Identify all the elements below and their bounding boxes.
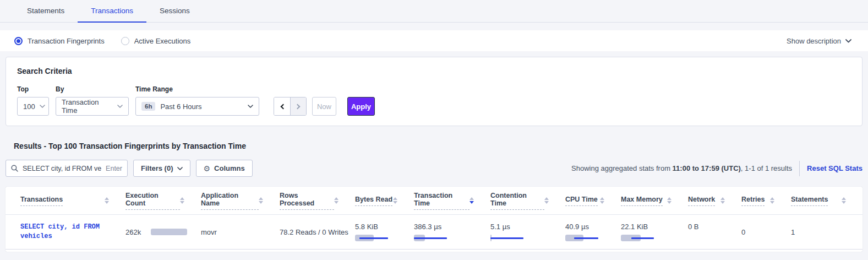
divider [799, 161, 800, 176]
column-header-transactions[interactable]: Transactions [20, 196, 125, 206]
bytes-read-cell: 5.8 KiB [355, 223, 414, 241]
columns-button[interactable]: ⚙ Columns [196, 160, 253, 177]
contention-time-bar [490, 235, 523, 241]
results-section: Results - Top 100 Transaction Fingerprin… [6, 142, 862, 252]
filters-label: Filters (0) [141, 164, 173, 172]
chevron-down-icon [243, 105, 253, 108]
transaction-fingerprint-link[interactable]: SELECT city, id FROM vehicles [20, 223, 103, 241]
column-header-bytes-read[interactable]: Bytes Read [355, 196, 414, 206]
top-select[interactable]: 100 [17, 97, 49, 116]
caret-left-icon [280, 104, 286, 109]
radio-label: Active Executions [134, 37, 191, 45]
sql-search-box: Enter [6, 160, 128, 177]
tab-sessions[interactable]: Sessions [146, 7, 203, 23]
column-header-execution-count[interactable]: Execution Count [125, 192, 201, 210]
chevron-down-icon [845, 39, 851, 43]
by-select-value: Transaction Time [62, 98, 113, 115]
sort-icon[interactable] [720, 197, 725, 204]
statements-cell: 1 [791, 228, 862, 236]
application-name-cell: movr [201, 228, 280, 236]
column-header-statements[interactable]: Statements [791, 196, 862, 206]
time-range-field: Time Range 6h Past 6 Hours [135, 85, 259, 116]
results-heading: Results - Top 100 Transaction Fingerprin… [14, 142, 862, 150]
sql-search-input[interactable] [21, 164, 102, 173]
radio-unselected-icon [121, 37, 129, 45]
transaction-cell: SELECT city, id FROM vehicles [20, 223, 125, 241]
tab-transactions[interactable]: Transactions [78, 7, 146, 23]
column-header-rows-processed[interactable]: Rows Processed [280, 192, 355, 210]
time-range-arrows [274, 97, 307, 116]
filters-button[interactable]: Filters (0) [133, 160, 190, 177]
table-header-row: Transactions Execution Count Application… [6, 187, 862, 215]
gear-icon: ⚙ [204, 164, 211, 173]
top-field: Top 100 [17, 85, 49, 116]
column-header-retries[interactable]: Retries [741, 196, 791, 206]
column-header-network[interactable]: Network [688, 196, 741, 206]
column-header-cpu-time[interactable]: CPU Time [565, 196, 621, 206]
sort-icon[interactable] [842, 197, 846, 204]
time-range-prev-button[interactable] [274, 98, 290, 115]
by-label: By [56, 85, 129, 93]
by-field: By Transaction Time [56, 85, 129, 116]
show-description-label: Show description [787, 37, 841, 45]
aggregated-stats-text: Showing aggregated stats from 11:00 to 1… [571, 164, 792, 172]
reset-sql-stats-link[interactable]: Reset SQL Stats [807, 164, 862, 172]
time-range-next-button[interactable] [290, 98, 306, 115]
rows-processed-cell: 78.2 Reads / 0 Writes [280, 228, 355, 236]
column-header-max-memory[interactable]: Max Memory [621, 196, 688, 206]
radio-active-executions[interactable]: Active Executions [121, 37, 191, 45]
time-range-label: Time Range [135, 85, 259, 93]
top-select-value: 100 [23, 102, 35, 111]
radio-transaction-fingerprints[interactable]: Transaction Fingerprints [14, 37, 105, 45]
sort-icon[interactable] [105, 197, 109, 204]
caret-right-icon [295, 104, 301, 109]
search-criteria-panel: Search Criteria Top 100 By Transaction T… [6, 57, 862, 126]
sort-icon[interactable] [180, 197, 184, 204]
column-header-transaction-time[interactable]: Transaction Time [414, 192, 490, 210]
radio-selected-icon [14, 37, 23, 45]
execution-count-cell: 262k [125, 228, 201, 236]
top-label: Top [17, 85, 49, 93]
time-range-select[interactable]: 6h Past 6 Hours [135, 97, 259, 116]
search-icon [11, 165, 18, 172]
page-tabs: Statements Transactions Sessions [0, 0, 868, 23]
cpu-time-bar [565, 235, 598, 241]
sort-icon[interactable] [393, 197, 397, 204]
column-header-contention-time[interactable]: Contention Time [490, 192, 565, 210]
sort-icon[interactable] [600, 197, 604, 204]
max-memory-bar [621, 235, 654, 241]
bytes-read-bar [355, 235, 388, 241]
stats-area: Showing aggregated stats from 11:00 to 1… [571, 161, 862, 176]
search-criteria-title: Search Criteria [17, 67, 851, 75]
by-select[interactable]: Transaction Time [56, 97, 129, 116]
sort-icon[interactable] [770, 197, 774, 204]
results-controls: Enter Filters (0) ⚙ Columns Showing aggr… [6, 160, 862, 177]
sort-icon[interactable] [667, 197, 672, 204]
time-range-badge: 6h [141, 102, 155, 111]
chevron-down-icon [35, 105, 45, 108]
transaction-time-cell: 386.3 µs [414, 223, 490, 241]
table-row: SELECT city, id FROM vehicles 262k movr … [6, 215, 862, 250]
tab-statements[interactable]: Statements [14, 7, 78, 23]
show-description-toggle[interactable]: Show description [787, 37, 851, 45]
time-range-value: Past 6 Hours [160, 102, 201, 111]
search-enter-hint: Enter [106, 165, 122, 172]
now-button[interactable]: Now [312, 97, 336, 116]
retries-cell: 0 [741, 228, 791, 236]
chevron-down-icon [177, 167, 183, 170]
contention-time-cell: 5.1 µs [490, 223, 565, 241]
radio-label: Transaction Fingerprints [28, 37, 105, 45]
sort-icon[interactable] [470, 197, 474, 204]
sort-icon[interactable] [334, 197, 339, 204]
chevron-down-icon [113, 105, 123, 108]
transaction-time-bar [414, 235, 447, 241]
column-header-application-name[interactable]: Application Name [201, 192, 280, 210]
transactions-table: Transactions Execution Count Application… [6, 187, 862, 252]
sort-icon[interactable] [544, 197, 549, 204]
apply-button[interactable]: Apply [347, 97, 375, 116]
sort-icon[interactable] [259, 197, 263, 204]
network-cell: 0 B [688, 215, 741, 231]
view-toggle-bar: Transaction Fingerprints Active Executio… [0, 30, 868, 51]
max-memory-cell: 22.1 KiB [621, 223, 688, 241]
columns-label: Columns [214, 164, 245, 172]
